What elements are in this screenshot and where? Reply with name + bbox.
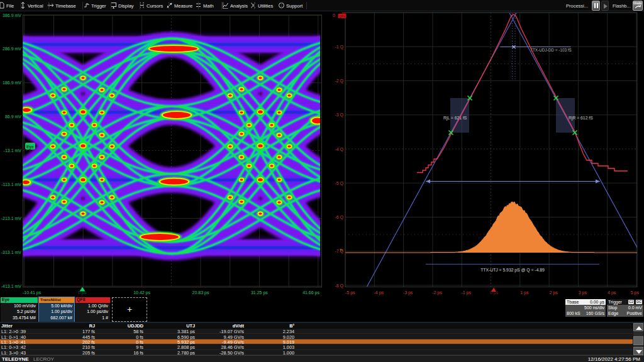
svg-text:-413.1 mV: -413.1 mV [1, 284, 22, 288]
svg-text:-3 ps: -3 ps [403, 290, 413, 295]
svg-text:3 ps: 3 ps [579, 290, 587, 295]
svg-text:-113.1 mV: -113.1 mV [1, 182, 21, 187]
svg-text:-2 ps: -2 ps [432, 290, 442, 295]
svg-text:386.9 mV: 386.9 mV [3, 13, 21, 18]
svg-text:1 ps: 1 ps [520, 290, 529, 295]
svg-text:-6 Q: -6 Q [335, 215, 343, 220]
svg-text:186.9 mV: 186.9 mV [3, 80, 21, 85]
svg-text:-213.1 mV: -213.1 mV [1, 216, 22, 221]
svg-text:-1 Q: -1 Q [335, 45, 343, 50]
svg-text:-4 ps: -4 ps [374, 290, 384, 295]
svg-text:-2 Q: -2 Q [335, 79, 343, 84]
svg-text:20.83 ps: 20.83 ps [192, 290, 209, 295]
svg-text:Eye: Eye [26, 145, 34, 150]
svg-text:-4 Q: -4 Q [335, 147, 343, 152]
svg-text:0: 0 [333, 13, 335, 18]
svg-text:Tr: Tr [340, 248, 343, 252]
svg-text:10.42 ps: 10.42 ps [133, 290, 150, 295]
svg-text:41.66 ps: 41.66 ps [303, 290, 319, 295]
svg-text:86.9 mV: 86.9 mV [5, 114, 21, 119]
svg-text:-13.1 mV: -13.1 mV [4, 148, 22, 153]
svg-text:31.25 ps: 31.25 ps [251, 290, 268, 295]
svg-text:-10.41 ps: -10.41 ps [23, 290, 42, 295]
svg-text:-8 Q: -8 Q [335, 283, 343, 288]
svg-text:RjR = 612 fS: RjR = 612 fS [569, 116, 593, 121]
svg-text:286.9 mV: 286.9 mV [3, 47, 21, 51]
svg-text:-3 Q: -3 Q [335, 112, 343, 118]
svg-text:5 ps: 5 ps [631, 290, 640, 295]
svg-text:-5 Q: -5 Q [335, 181, 343, 186]
svg-text:2 ps: 2 ps [549, 290, 558, 295]
svg-text:QFit: QFit [339, 14, 345, 18]
svg-text:-1 ps: -1 ps [461, 290, 471, 295]
svg-text:-5 ps: -5 ps [345, 290, 355, 295]
svg-text:RjL = 621 fS: RjL = 621 fS [443, 116, 467, 121]
svg-text:4 ps: 4 ps [608, 290, 616, 295]
svg-text:-313.1 mV: -313.1 mV [1, 250, 22, 255]
svg-text:TTX-UDJ-DD = -103 fS: TTX-UDJ-DD = -103 fS [530, 48, 572, 52]
svg-text:TTX-UTJ = 5.932 pS @ Q = -4.89: TTX-UTJ = 5.932 pS @ Q = -4.89 [480, 268, 545, 273]
